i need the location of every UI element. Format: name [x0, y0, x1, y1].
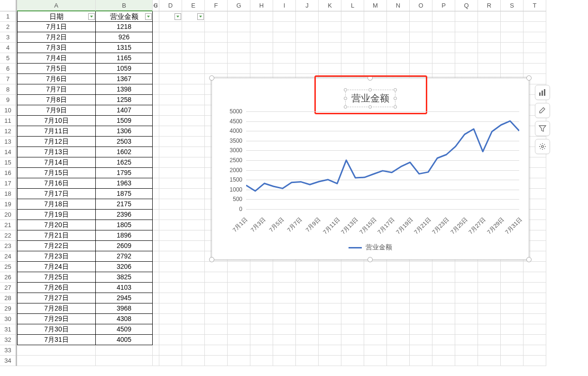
row-header-25[interactable]: 25: [0, 262, 16, 272]
cell-M3[interactable]: [364, 32, 387, 43]
cell-A18[interactable]: 7月17日: [17, 189, 96, 199]
cell-S25[interactable]: [501, 262, 524, 272]
cell-B17[interactable]: 1963: [96, 178, 153, 189]
cell-R29[interactable]: [478, 303, 501, 314]
cell-L26[interactable]: [341, 272, 364, 283]
title-handle[interactable]: [394, 105, 397, 109]
cell-S28[interactable]: [501, 293, 524, 303]
cell-C32[interactable]: [153, 335, 159, 345]
cell-L32[interactable]: [341, 335, 364, 345]
row-header-34[interactable]: 34: [0, 356, 16, 366]
cell-A30[interactable]: 7月29日: [17, 314, 96, 324]
cell-K34[interactable]: [319, 356, 341, 366]
column-header-E[interactable]: E: [182, 0, 205, 11]
column-header-A[interactable]: A: [17, 0, 96, 11]
cell-E12[interactable]: [182, 126, 205, 137]
cell-J29[interactable]: [296, 303, 319, 314]
cell-Q34[interactable]: [455, 356, 478, 366]
cell-F31[interactable]: [205, 324, 228, 335]
cell-K30[interactable]: [319, 314, 341, 324]
row-header-4[interactable]: 4: [0, 43, 16, 53]
row-header-6[interactable]: 6: [0, 64, 16, 74]
cell-M34[interactable]: [364, 356, 387, 366]
row-header-8[interactable]: 8: [0, 84, 16, 95]
resize-handle-top-right[interactable]: [526, 75, 532, 81]
resize-handle-top-mid[interactable]: [368, 75, 373, 81]
cell-N32[interactable]: [387, 335, 410, 345]
column-resize-handle-icon[interactable]: [152, 1, 159, 10]
cell-P30[interactable]: [432, 314, 455, 324]
cell-A33[interactable]: [17, 345, 96, 356]
cell-K4[interactable]: [319, 43, 341, 53]
cell-H34[interactable]: [250, 356, 273, 366]
row-header-30[interactable]: 30: [0, 314, 16, 324]
cell-A34[interactable]: [17, 356, 96, 366]
cell-D26[interactable]: [159, 272, 182, 283]
cell-A31[interactable]: 7月30日: [17, 324, 96, 335]
cell-A1[interactable]: 日期: [17, 11, 96, 22]
cell-H33[interactable]: [250, 345, 273, 356]
cell-E6[interactable]: [182, 64, 205, 74]
resize-handle-top-left[interactable]: [209, 75, 214, 81]
cell-A13[interactable]: 7月12日: [17, 137, 96, 147]
cell-A27[interactable]: 7月26日: [17, 283, 96, 293]
cell-A17[interactable]: 7月16日: [17, 178, 96, 189]
cell-E10[interactable]: [182, 105, 205, 116]
cell-G1[interactable]: [228, 11, 250, 22]
cell-N4[interactable]: [387, 43, 410, 53]
row-header-15[interactable]: 15: [0, 157, 16, 168]
cell-A9[interactable]: 7月8日: [17, 95, 96, 105]
cell-F25[interactable]: [205, 262, 228, 272]
cell-Q30[interactable]: [455, 314, 478, 324]
cell-S32[interactable]: [501, 335, 524, 345]
cell-T34[interactable]: [524, 356, 546, 366]
cell-B9[interactable]: 1258: [96, 95, 153, 105]
row-header-9[interactable]: 9: [0, 95, 16, 105]
cell-C18[interactable]: [153, 189, 159, 199]
cell-F3[interactable]: [205, 32, 228, 43]
cell-S4[interactable]: [501, 43, 524, 53]
row-header-2[interactable]: 2: [0, 22, 16, 32]
cell-Q25[interactable]: [455, 262, 478, 272]
cell-S30[interactable]: [501, 314, 524, 324]
cell-M28[interactable]: [364, 293, 387, 303]
cell-F4[interactable]: [205, 43, 228, 53]
cell-D22[interactable]: [159, 230, 182, 241]
cell-D32[interactable]: [159, 335, 182, 345]
cell-L27[interactable]: [341, 283, 364, 293]
cell-L30[interactable]: [341, 314, 364, 324]
cell-E2[interactable]: [182, 22, 205, 32]
row-header-27[interactable]: 27: [0, 283, 16, 293]
row-header-20[interactable]: 20: [0, 210, 16, 220]
title-handle[interactable]: [368, 88, 372, 92]
cell-N30[interactable]: [387, 314, 410, 324]
cell-D29[interactable]: [159, 303, 182, 314]
cell-B16[interactable]: 1795: [96, 168, 153, 178]
cell-A11[interactable]: 7月10日: [17, 116, 96, 126]
cell-G5[interactable]: [228, 53, 250, 64]
cell-O6[interactable]: [410, 64, 432, 74]
column-header-L[interactable]: L: [341, 0, 364, 11]
cell-Q3[interactable]: [455, 32, 478, 43]
cell-K25[interactable]: [319, 262, 341, 272]
cell-F5[interactable]: [205, 53, 228, 64]
row-header-22[interactable]: 22: [0, 230, 16, 241]
cell-Q26[interactable]: [455, 272, 478, 283]
cell-A6[interactable]: 7月5日: [17, 64, 96, 74]
title-handle[interactable]: [344, 97, 347, 100]
cell-M31[interactable]: [364, 324, 387, 335]
cell-S26[interactable]: [501, 272, 524, 283]
cell-F26[interactable]: [205, 272, 228, 283]
cell-D17[interactable]: [159, 178, 182, 189]
cell-A3[interactable]: 7月2日: [17, 32, 96, 43]
row-header-26[interactable]: 26: [0, 272, 16, 283]
cell-G30[interactable]: [228, 314, 250, 324]
cell-S3[interactable]: [501, 32, 524, 43]
cell-E15[interactable]: [182, 157, 205, 168]
cell-D20[interactable]: [159, 210, 182, 220]
cell-C27[interactable]: [153, 283, 159, 293]
cell-E4[interactable]: [182, 43, 205, 53]
column-header-G[interactable]: G: [228, 0, 250, 11]
cell-O25[interactable]: [410, 262, 432, 272]
cell-H32[interactable]: [250, 335, 273, 345]
